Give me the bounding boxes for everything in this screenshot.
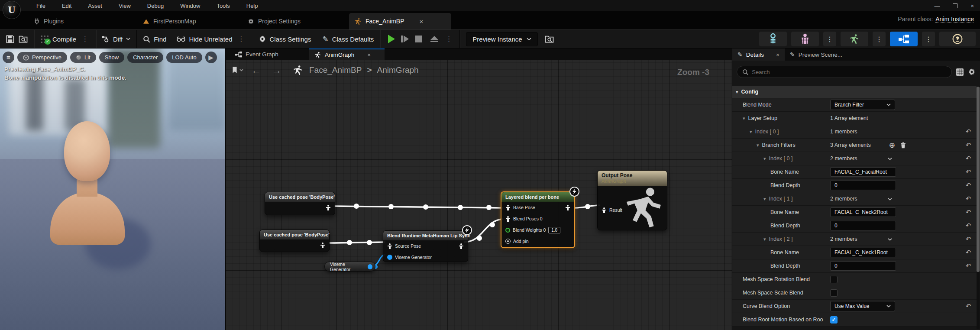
breadcrumb-current[interactable]: AnimGraph [377,65,419,75]
tab-project-settings[interactable]: Project Settings [243,13,306,29]
pose-input-pin[interactable] [387,243,392,249]
bookmarks-button[interactable] [232,67,243,74]
add-element-icon[interactable]: ⊕ [889,141,895,150]
expander-arrow-icon[interactable]: ▾ [736,89,738,95]
checkbox[interactable] [830,289,838,297]
display-filter-grid-icon[interactable] [956,68,964,76]
diff-button[interactable]: Diff [102,36,130,43]
reset-to-default-button[interactable]: ↶ [966,155,971,162]
details-property-row[interactable]: ▾Branch Filters3 Array elements⊕↶ [732,139,977,152]
play-button[interactable] [388,35,395,43]
details-property-row[interactable]: Bone NameFACIAL_C_Neck1Root↶ [732,246,977,259]
menu-debug[interactable]: Debug [147,3,164,9]
expander-arrow-icon[interactable]: ▾ [763,236,766,242]
menu-asset[interactable]: Asset [88,3,102,9]
pose-output-pin[interactable] [320,242,325,248]
expander-arrow-icon[interactable]: ▾ [763,196,766,202]
pose-output-pin[interactable] [459,243,464,249]
unreal-engine-logo[interactable]: U [3,1,21,19]
scrollbar-thumb[interactable] [977,87,980,272]
hide-unrelated-button[interactable]: Hide Unrelated [177,36,232,43]
expander-arrow-icon[interactable]: ▾ [763,156,766,162]
reset-to-default-button[interactable]: ↶ [966,302,971,310]
animation-editor-button[interactable] [841,32,868,46]
preview-instance-dropdown[interactable]: Preview Instance [466,32,537,46]
lit-mode-dropdown[interactable]: Lit [70,52,96,63]
object-input-pin[interactable] [387,255,392,260]
reset-to-default-button[interactable]: ↶ [966,262,971,270]
value-input[interactable]: 0 [830,181,896,190]
menu-window[interactable]: Window [180,3,200,9]
float-input-pin[interactable] [505,228,510,233]
minimize-button[interactable]: — [934,3,940,9]
menu-view[interactable]: View [119,3,131,9]
pose-output-pin[interactable] [326,204,331,210]
menu-tools[interactable]: Tools [217,3,230,9]
details-property-row[interactable]: Blend ModeBranch Filter [732,98,977,112]
pose-input-pin[interactable] [602,207,607,213]
class-settings-button[interactable]: Class Settings [259,35,311,43]
menu-file[interactable]: File [36,3,45,9]
breadcrumb-root[interactable]: Face_AnimBP [309,65,362,75]
details-property-row[interactable]: Blend Depth0↶ [732,219,977,233]
add-pin-icon[interactable] [505,239,511,244]
blueprint-options-kebab[interactable]: ⋮ [922,32,935,46]
save-button[interactable] [6,35,14,43]
object-output-pin[interactable] [368,264,372,269]
tab-face-animbp[interactable]: Face_AnimBP × [349,13,451,29]
show-dropdown[interactable]: Show [99,52,125,63]
mesh-options-kebab[interactable]: ⋮ [823,32,836,46]
step-forward-button[interactable] [401,36,409,42]
class-defaults-button[interactable]: ✎ Class Defaults [322,35,374,44]
animation-options-kebab[interactable]: ⋮ [873,32,886,46]
chevron-down-icon[interactable] [888,155,892,162]
reset-to-default-button[interactable]: ↶ [966,195,971,203]
nav-forward-button[interactable]: → [272,65,281,76]
blend-weight-value[interactable]: 1.0 [548,227,560,233]
node-output-pose[interactable]: Output Pose AnimGraph Result [597,170,667,230]
pose-input-pin[interactable] [505,205,511,210]
expander-arrow-icon[interactable]: ▾ [750,129,752,135]
play-options-kebab[interactable]: ⋮ [444,35,453,43]
details-property-row[interactable]: ▾Layer Setup1 Array element [732,112,977,125]
physics-editor-button[interactable] [939,32,976,46]
details-property-row[interactable]: ▾Index [ 0 ]1 members↶ [732,125,977,139]
value-input[interactable]: FACIAL_C_Neck1Root [830,248,896,257]
details-search-box[interactable] [737,66,952,78]
hide-unrelated-kebab[interactable]: ⋮ [237,35,246,43]
tab-event-graph[interactable]: Event Graph [230,49,284,60]
lod-dropdown[interactable]: LOD Auto [166,52,202,63]
value-dropdown[interactable]: Branch Filter [830,100,895,110]
tab-plugins[interactable]: Plugins [29,13,69,29]
details-scrollbar[interactable] [977,86,980,329]
reset-to-default-button[interactable]: ↶ [966,249,971,256]
character-dropdown[interactable]: Character [127,52,163,63]
skeleton-editor-button[interactable] [759,32,787,46]
reset-to-default-button[interactable]: ↶ [966,208,971,216]
preview-viewport[interactable]: ≡ Perspective Lit Show Character LOD Aut… [0,49,225,330]
settings-gear-icon[interactable] [968,68,976,76]
details-property-row[interactable]: Mesh Space Rotation Blend [732,273,977,286]
details-property-row[interactable]: Curve Blend OptionUse Max Value↶ [732,300,977,313]
compile-options-kebab[interactable]: ⋮ [81,35,90,43]
reset-to-default-button[interactable]: ↶ [966,222,971,230]
anim-blueprint-editor-button[interactable] [890,32,918,46]
delete-elements-icon[interactable] [900,141,906,149]
tab-firstpersonmap[interactable]: FirstPersonMap [138,13,201,29]
close-tab-icon[interactable]: × [776,52,779,58]
perspective-dropdown[interactable]: Perspective [17,52,67,63]
checkbox[interactable]: ✓ [830,316,838,324]
chevron-down-icon[interactable] [888,195,892,203]
search-input[interactable] [752,69,946,75]
details-property-row[interactable]: Bone NameFACIAL_C_FacialRoot↶ [732,165,977,179]
pose-output-pin[interactable] [565,204,570,210]
node-blend-runtime-metahuman-lipsync[interactable]: Blend Runtime MetaHuman Lip Sync Source … [383,230,468,262]
expander-arrow-icon[interactable]: ▾ [743,116,745,121]
value-input[interactable]: 0 [830,261,896,271]
viewport-menu-button[interactable]: ≡ [3,52,14,63]
animgraph-canvas[interactable]: Event Graph AnimGraph × ← → Face_AnimBP … [225,49,732,330]
reset-to-default-button[interactable]: ↶ [966,141,971,149]
details-property-row[interactable]: Blend Depth0↶ [732,179,977,192]
details-property-row[interactable]: Mesh Space Scale Blend [732,286,977,300]
maximize-button[interactable] [953,3,957,8]
